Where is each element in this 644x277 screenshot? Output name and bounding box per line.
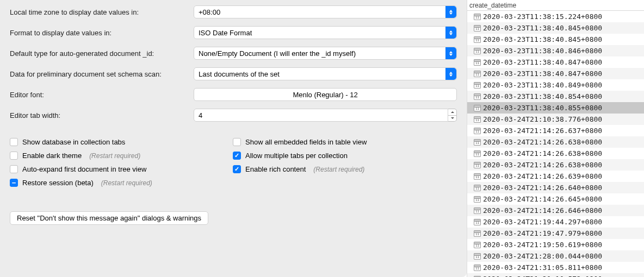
cell-value: 2020-03-24T21:14:26.637+0800 <box>483 127 602 135</box>
table-row[interactable]: 112020-03-23T11:38:40.854+0800 <box>467 91 644 102</box>
calendar-icon: 11 <box>474 116 481 123</box>
schema-scan-value: Last documents of the set <box>199 70 280 78</box>
chevron-down-icon <box>451 117 454 119</box>
table-row[interactable]: 112020-03-23T11:38:40.855+0800 <box>467 102 644 114</box>
calendar-icon: 11 <box>474 265 481 271</box>
checkbox-label: Restore session (beta) <box>22 179 94 187</box>
column-header-label: create_datetime <box>469 2 516 9</box>
table-row[interactable]: 112020-03-24T21:31:05.811+0800 <box>467 262 644 273</box>
calendar-icon: 11 <box>474 36 481 43</box>
cell-value: 2020-03-24T21:14:26.638+0800 <box>483 138 602 146</box>
schema-scan-label: Data for preliminary document set schema… <box>10 70 194 78</box>
table-row[interactable]: 112020-03-24T21:14:26.640+0800 <box>467 182 644 193</box>
checkbox[interactable] <box>10 179 18 187</box>
cell-value: 2020-03-24T21:14:26.638+0800 <box>483 161 602 169</box>
table-row[interactable]: 112020-03-24T21:19:47.979+0800 <box>467 228 644 239</box>
calendar-icon: 11 <box>474 253 481 260</box>
tab-width-stepper[interactable] <box>448 109 457 122</box>
table-row[interactable]: 112020-03-23T11:38:40.847+0800 <box>467 68 644 79</box>
cell-value: 2020-03-24T21:19:47.979+0800 <box>483 229 602 237</box>
table-row[interactable]: 112020-03-23T11:38:40.846+0800 <box>467 45 644 56</box>
editor-font-button[interactable]: Menlo (Regular) - 12 <box>194 88 457 101</box>
cell-value: 2020-03-24T21:14:26.645+0800 <box>483 195 602 203</box>
table-row[interactable]: 112020-03-24T21:28:00.044+0800 <box>467 250 644 262</box>
table-row[interactable]: 112020-03-24T21:10:38.776+0800 <box>467 114 644 125</box>
cell-value: 2020-03-23T11:38:40.854+0800 <box>483 92 602 100</box>
table-row[interactable]: 112020-03-23T11:38:40.845+0800 <box>467 22 644 34</box>
table-row[interactable]: 112020-03-24T21:14:26.645+0800 <box>467 193 644 205</box>
cell-value: 2020-03-23T11:38:40.845+0800 <box>483 24 602 32</box>
timezone-select[interactable]: +08:00 <box>194 5 457 18</box>
schema-scan-select[interactable]: Last documents of the set <box>194 67 457 80</box>
format-label: Format to display date values in: <box>10 29 194 37</box>
calendar-icon: 11 <box>474 14 481 20</box>
table-row[interactable]: 112020-03-24T21:31:10.572+0800 <box>467 273 644 277</box>
format-select[interactable]: ISO Date Format <box>194 26 457 39</box>
table-row[interactable]: 112020-03-24T21:14:26.637+0800 <box>467 125 644 136</box>
table-row[interactable]: 112020-03-23T11:38:15.224+0800 <box>467 11 644 22</box>
cell-value: 2020-03-23T11:38:40.855+0800 <box>483 104 602 112</box>
column-header[interactable]: create_datetime <box>467 0 644 11</box>
calendar-icon: 11 <box>474 185 481 191</box>
calendar-icon: 11 <box>474 242 481 248</box>
default-id-label: Default type for auto-generated document… <box>10 49 194 58</box>
cell-value: 2020-03-24T21:31:05.811+0800 <box>483 263 602 272</box>
cell-value: 2020-03-23T11:38:40.847+0800 <box>483 70 602 78</box>
table-row[interactable]: 112020-03-24T21:14:26.639+0800 <box>467 171 644 182</box>
updown-icon <box>445 47 456 59</box>
calendar-icon: 11 <box>474 59 481 66</box>
calendar-icon: 11 <box>474 139 481 146</box>
checkbox-label: Show all embedded fields in table view <box>245 138 367 146</box>
tab-width-input[interactable] <box>194 109 448 122</box>
table-row[interactable]: 112020-03-23T11:38:40.845+0800 <box>467 34 644 45</box>
editor-font-value: Menlo (Regular) - 12 <box>293 91 357 99</box>
cell-value: 2020-03-23T11:38:40.847+0800 <box>483 58 602 66</box>
checkbox[interactable] <box>233 165 241 173</box>
chevron-up-icon <box>451 111 454 113</box>
table-row[interactable]: 112020-03-24T21:14:26.638+0800 <box>467 136 644 148</box>
calendar-icon: 11 <box>474 25 481 32</box>
table-row[interactable]: 112020-03-23T11:38:40.847+0800 <box>467 56 644 68</box>
calendar-icon: 11 <box>474 82 481 89</box>
cell-value: 2020-03-23T11:38:40.846+0800 <box>483 47 602 55</box>
default-id-select[interactable]: None/Empty Document (I will enter the _i… <box>194 47 457 60</box>
restart-hint: (Restart required) <box>89 152 140 160</box>
table-row[interactable]: 112020-03-24T21:19:50.619+0800 <box>467 239 644 250</box>
cell-value: 2020-03-23T11:38:15.224+0800 <box>483 12 602 21</box>
tab-width-label: Editor tab width: <box>10 111 194 119</box>
checkbox[interactable] <box>233 138 241 146</box>
preferences-panel: Local time zone to display date values i… <box>0 0 467 277</box>
default-id-value: None/Empty Document (I will enter the _i… <box>199 49 356 58</box>
updown-icon <box>445 27 456 39</box>
table-row[interactable]: 112020-03-24T21:14:26.638+0800 <box>467 159 644 171</box>
calendar-icon: 11 <box>474 207 481 214</box>
checkbox[interactable] <box>10 138 18 146</box>
cell-value: 2020-03-24T21:31:10.572+0800 <box>483 275 602 277</box>
cell-value: 2020-03-24T21:14:26.638+0800 <box>483 149 602 158</box>
calendar-icon: 11 <box>474 173 481 180</box>
updown-icon <box>445 68 456 80</box>
table-row[interactable]: 112020-03-24T21:14:26.638+0800 <box>467 148 644 159</box>
checkbox-label: Show database in collection tabs <box>22 138 125 146</box>
checkbox[interactable] <box>233 152 241 160</box>
table-row[interactable]: 112020-03-24T21:19:44.297+0800 <box>467 216 644 228</box>
checkbox[interactable] <box>10 165 18 173</box>
checkbox-label: Enable rich content <box>245 165 306 173</box>
calendar-icon: 11 <box>474 150 481 157</box>
timezone-label: Local time zone to display date values i… <box>10 8 194 16</box>
reset-dialogs-button[interactable]: Reset "Don't show this message again" di… <box>10 211 208 225</box>
cell-value: 2020-03-24T21:14:26.639+0800 <box>483 172 602 180</box>
calendar-icon: 11 <box>474 230 481 237</box>
calendar-icon: 11 <box>474 93 481 100</box>
cell-value: 2020-03-24T21:14:26.646+0800 <box>483 206 602 215</box>
cell-value: 2020-03-24T21:14:26.640+0800 <box>483 184 602 192</box>
cell-value: 2020-03-24T21:10:38.776+0800 <box>483 115 602 123</box>
table-row[interactable]: 112020-03-24T21:14:26.646+0800 <box>467 205 644 216</box>
cell-value: 2020-03-24T21:19:50.619+0800 <box>483 241 602 249</box>
table-row[interactable]: 112020-03-23T11:38:40.849+0800 <box>467 79 644 91</box>
restart-hint: (Restart required) <box>101 179 152 187</box>
checkbox[interactable] <box>10 152 18 160</box>
checkbox-label: Auto-expand first document in tree view <box>22 165 146 173</box>
cell-value: 2020-03-24T21:28:00.044+0800 <box>483 252 602 260</box>
restart-hint: (Restart required) <box>313 166 364 173</box>
